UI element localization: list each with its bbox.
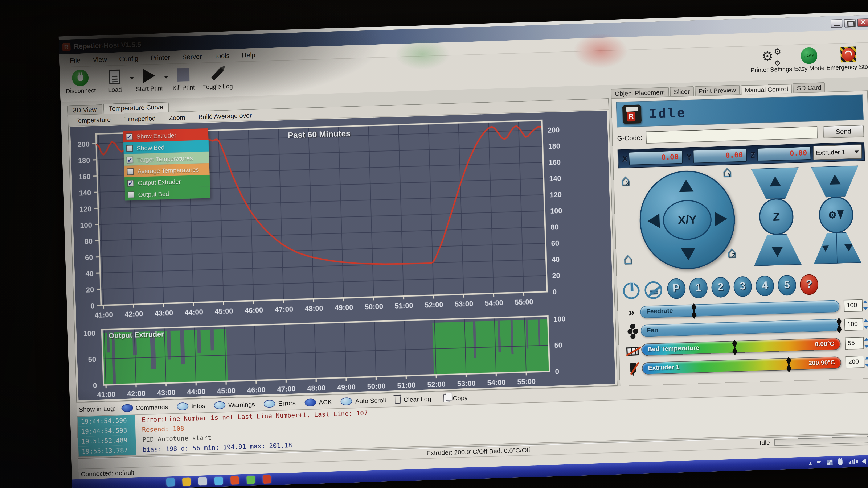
preset-button[interactable]: 2 xyxy=(711,276,730,298)
clear-log-button[interactable]: Clear Log xyxy=(395,395,431,403)
legend-checkbox[interactable]: ✓ xyxy=(126,133,133,140)
menu-item[interactable]: View xyxy=(86,54,113,65)
action-center-icon[interactable] xyxy=(817,461,821,464)
home-y-button[interactable]: ⌂Y xyxy=(722,166,737,181)
chart-menu-item[interactable]: Temperature xyxy=(68,115,117,125)
retract-button[interactable] xyxy=(811,165,859,198)
spinner-arrows[interactable] xyxy=(865,355,868,368)
windows-icon[interactable] xyxy=(827,459,832,465)
feedrate-value[interactable]: 100 xyxy=(844,299,863,312)
menu-item[interactable]: Server xyxy=(176,51,208,62)
disconnect-button[interactable]: Disconnect xyxy=(63,68,98,95)
z-center-button[interactable]: Z xyxy=(759,198,794,236)
preset-button[interactable]: P xyxy=(667,278,686,299)
copy-log-button[interactable]: Copy xyxy=(443,394,468,402)
power-button[interactable] xyxy=(623,282,640,299)
chart-menu-item[interactable]: Build Average over ... xyxy=(191,110,266,121)
taskbar-app-icon[interactable] xyxy=(214,477,223,485)
preset-button[interactable]: 1 xyxy=(689,277,708,298)
extrude-button[interactable] xyxy=(813,232,862,264)
spinner-arrows[interactable] xyxy=(864,318,868,330)
legend-checkbox[interactable]: ✓ xyxy=(127,180,134,187)
jog-y-plus-icon[interactable] xyxy=(679,179,693,192)
control-tab[interactable]: SD Card xyxy=(793,83,825,93)
load-button[interactable]: Load xyxy=(97,67,132,94)
slider-handle[interactable] xyxy=(836,318,842,333)
extrude-fast-button[interactable] xyxy=(837,232,861,263)
spinner-arrows[interactable] xyxy=(863,299,868,312)
restore-button[interactable] xyxy=(844,19,856,27)
xy-jog-pad[interactable]: X/Y xyxy=(638,169,736,270)
log-filter-toggle[interactable]: Infos xyxy=(177,402,205,411)
home-all-button[interactable]: ⌂ xyxy=(623,253,638,268)
close-button[interactable] xyxy=(857,18,868,27)
easy-mode-button[interactable]: EASY Easy Mode xyxy=(792,46,827,72)
home-z-button[interactable]: ⌂Z xyxy=(727,247,742,261)
taskbar-app-icon[interactable] xyxy=(166,478,175,487)
taskbar-app-icon[interactable] xyxy=(230,476,239,485)
extruder-jog-control[interactable]: ⚙ xyxy=(811,165,862,267)
preset-button[interactable]: ? xyxy=(800,274,818,295)
z-up-button[interactable] xyxy=(751,167,800,200)
log-filter-toggle[interactable]: Auto Scroll xyxy=(341,396,386,405)
jog-y-minus-icon[interactable] xyxy=(681,248,695,261)
legend-checkbox[interactable]: ✓ xyxy=(127,156,133,163)
kill-print-button[interactable]: Kill Print xyxy=(166,65,201,91)
chart-menu-item[interactable]: Timeperiod xyxy=(117,113,162,124)
bed-temperature-slider[interactable]: Bed Temperature 0.00°C xyxy=(641,337,841,356)
gcode-input[interactable] xyxy=(646,126,818,144)
log-filter-toggle[interactable]: Warnings xyxy=(214,400,255,410)
tray-expand-icon[interactable]: ▴ xyxy=(809,460,812,466)
start-print-button[interactable]: Start Print xyxy=(131,66,166,93)
printer-settings-button[interactable]: ⚙⚙⚙ Printer Settings xyxy=(750,47,792,73)
feedrate-slider[interactable]: Feedrate xyxy=(640,300,840,318)
legend-checkbox[interactable]: ✓ xyxy=(128,191,134,198)
log-filter-toggle[interactable]: ACK xyxy=(304,398,332,406)
z-jog-control[interactable]: Z xyxy=(751,167,802,269)
jog-x-plus-icon[interactable] xyxy=(715,212,727,226)
power-plug-icon[interactable] xyxy=(838,459,842,465)
send-button[interactable]: Send xyxy=(823,125,864,138)
menu-item[interactable]: Printer xyxy=(144,52,177,63)
z-down-button[interactable] xyxy=(753,234,802,266)
legend-checkbox[interactable]: ✓ xyxy=(127,168,134,175)
fan-value[interactable]: 100 xyxy=(844,318,863,331)
xy-center-button[interactable]: X/Y xyxy=(662,199,712,241)
log-filter-toggle[interactable]: Errors xyxy=(264,399,296,408)
menu-item[interactable]: Help xyxy=(235,49,261,61)
chart-menu-item[interactable]: Zoom xyxy=(162,112,192,122)
network-signal-icon[interactable] xyxy=(848,459,856,464)
taskbar-app-icon[interactable] xyxy=(262,475,271,484)
menu-item[interactable]: File xyxy=(63,54,87,66)
extruder-select[interactable]: Extruder 1 xyxy=(813,144,862,160)
toggle-log-button[interactable]: Toggle Log xyxy=(200,64,235,90)
taskbar-app-icon[interactable] xyxy=(198,477,207,486)
extruder-temperature-slider[interactable]: Extruder 1 200.90°C xyxy=(642,356,841,375)
preset-button[interactable]: 3 xyxy=(733,276,752,297)
extrude-slow-button[interactable] xyxy=(813,233,838,264)
control-tab[interactable]: Slicer xyxy=(670,86,694,96)
extruder-center-button[interactable]: ⚙ xyxy=(818,196,854,234)
legend-checkbox[interactable]: ✓ xyxy=(126,144,133,152)
view-tab[interactable]: Temperature Curve xyxy=(103,102,169,114)
taskbar-app-icon[interactable] xyxy=(246,476,255,484)
control-tab[interactable]: Manual Control xyxy=(741,84,792,95)
view-tab[interactable]: 3D View xyxy=(67,104,102,115)
menu-item[interactable]: Config xyxy=(113,53,145,65)
home-x-button[interactable]: ⌂X xyxy=(621,174,636,189)
slider-handle[interactable] xyxy=(732,339,737,355)
extruder-temperature-value[interactable]: 200 xyxy=(845,356,864,368)
control-tab[interactable]: Print Preview xyxy=(694,85,740,96)
emergency-stop-button[interactable]: Emergency Stop xyxy=(826,44,868,71)
slider-handle[interactable] xyxy=(691,303,696,319)
menu-item[interactable]: Tools xyxy=(208,50,236,62)
preset-button[interactable]: 5 xyxy=(778,274,797,295)
bed-temperature-value[interactable]: 55 xyxy=(845,337,864,350)
jog-x-minus-icon[interactable] xyxy=(647,214,660,228)
preset-button[interactable]: 4 xyxy=(755,275,774,296)
slider-handle[interactable] xyxy=(786,357,792,372)
log-filter-toggle[interactable]: Commands xyxy=(121,403,168,412)
fan-slider[interactable]: Fan xyxy=(641,319,840,337)
speaker-icon[interactable] xyxy=(862,458,866,464)
disable-motors-button[interactable] xyxy=(644,281,662,299)
